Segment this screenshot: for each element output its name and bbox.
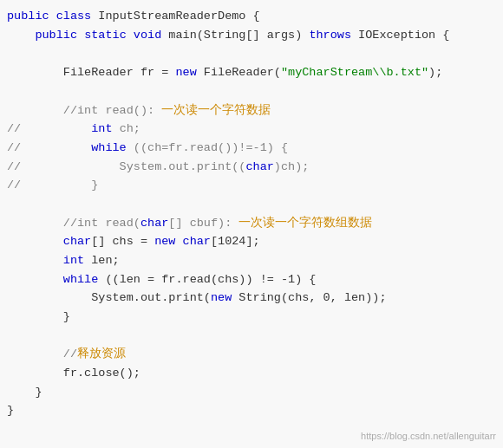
code-line-13: char[] chs = new char[1024]; — [0, 232, 503, 251]
code-line-12: //int read(char[] cbuf): 一次读一个字符数组数据 — [0, 214, 503, 233]
code-container: public class InputStreamReaderDemo { pub… — [0, 0, 503, 448]
code-line-9: // System.out.print((char)ch); — [0, 158, 503, 177]
empty-line-18 — [0, 326, 503, 345]
code-line-15: while ((len = fr.read(chs)) != -1) { — [0, 270, 503, 289]
code-line-1: public class InputStreamReaderDemo { — [0, 7, 503, 26]
keyword-public-1: public — [7, 7, 49, 26]
code-line-16: System.out.print(new String(chs, 0, len)… — [0, 289, 503, 308]
code-line-20: fr.close(); — [0, 364, 503, 383]
code-line-8: // while ((ch=fr.read())!=-1) { — [0, 139, 503, 158]
code-line-4: FileReader fr = new FileReader("myCharSt… — [0, 63, 503, 82]
empty-line-11 — [0, 195, 503, 214]
watermark: https://blog.csdn.net/allenguitarr — [361, 431, 496, 441]
empty-line-5 — [0, 82, 503, 101]
code-line-21: } — [0, 383, 503, 402]
code-line-14: int len; — [0, 251, 503, 270]
code-line-6: //int read(): 一次读一个字符数据 — [0, 101, 503, 120]
code-line-7: // int ch; — [0, 120, 503, 139]
code-line-19: //释放资源 — [0, 345, 503, 364]
code-line-10: // } — [0, 176, 503, 195]
code-line-2: public static void main(String[] args) t… — [0, 26, 503, 45]
code-line-17: } — [0, 308, 503, 327]
empty-line-3 — [0, 44, 503, 63]
code-line-22: } — [0, 401, 503, 420]
